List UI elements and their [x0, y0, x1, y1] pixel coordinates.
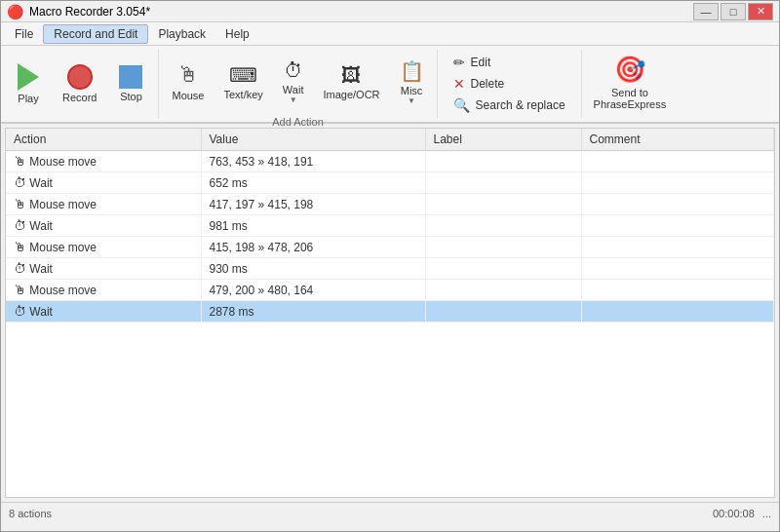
titlebar: 🔴 Macro Recorder 3.054* — □ ✕	[1, 1, 779, 22]
cell-value: 2878 ms	[201, 301, 425, 323]
cell-label	[425, 172, 581, 194]
cell-label	[425, 151, 581, 172]
cell-comment	[581, 301, 774, 323]
cell-comment	[581, 215, 774, 237]
table-container[interactable]: Action Value Label Comment 🖱 Mouse move …	[5, 128, 775, 498]
table-row[interactable]: ⏱ Wait 2878 ms	[6, 301, 774, 323]
action-name: Wait	[29, 219, 53, 233]
cell-value: 763, 453 » 418, 191	[201, 151, 425, 172]
mouse-button[interactable]: 🖱 Mouse	[163, 50, 213, 114]
time-display: 00:00:08	[713, 508, 755, 519]
statusbar: 8 actions 00:00:08 ...	[1, 502, 779, 523]
titlebar-controls: — □ ✕	[693, 3, 773, 20]
menu-playback[interactable]: Playback	[148, 25, 215, 43]
close-button[interactable]: ✕	[748, 3, 773, 20]
delete-button[interactable]: ✕ Delete	[448, 74, 571, 94]
row-icon: 🖱	[14, 154, 26, 169]
cell-comment	[581, 237, 774, 258]
row-icon: 🖱	[14, 240, 26, 254]
search-icon: 🔍	[453, 97, 470, 113]
cell-action: ⏱ Wait	[6, 215, 201, 237]
table-row[interactable]: ⏱ Wait 981 ms	[6, 215, 774, 237]
misc-dropdown-arrow: ▼	[408, 96, 415, 105]
cell-comment	[581, 258, 774, 280]
app-title: Macro Recorder 3.054*	[29, 5, 150, 19]
col-label: Label	[425, 129, 581, 151]
action-name: Mouse move	[29, 284, 97, 297]
table-row[interactable]: ⏱ Wait 652 ms	[6, 172, 774, 194]
textkey-button[interactable]: ⌨ Text/key	[215, 50, 272, 114]
cell-action: 🖱 Mouse move	[6, 280, 201, 301]
row-icon: ⏱	[14, 218, 26, 233]
row-icon: ⏱	[14, 175, 26, 190]
delete-icon: ✕	[453, 76, 465, 92]
record-icon	[67, 64, 93, 90]
cell-action: ⏱ Wait	[6, 301, 201, 323]
actions-count: 8 actions	[9, 508, 52, 519]
cell-action: ⏱ Wait	[6, 172, 201, 194]
menu-help[interactable]: Help	[215, 25, 259, 43]
imageocr-icon: 🖼	[341, 64, 361, 87]
cell-action: 🖱 Mouse move	[6, 194, 201, 215]
actions-table: Action Value Label Comment 🖱 Mouse move …	[6, 129, 774, 323]
record-button[interactable]: Record	[54, 52, 105, 116]
wait-dropdown-arrow: ▼	[290, 95, 297, 104]
send-to-phraseexpress-button[interactable]: 🎯 Send to PhraseExpress	[582, 50, 679, 114]
main-area: Action Value Label Comment 🖱 Mouse move …	[1, 124, 779, 502]
menubar: File Record and Edit Playback Help	[1, 22, 779, 46]
cell-label	[425, 215, 581, 237]
cell-value: 479, 200 » 480, 164	[201, 280, 425, 301]
play-icon	[18, 63, 39, 91]
imageocr-button[interactable]: 🖼 Image/OCR	[314, 50, 388, 114]
cell-action: 🖱 Mouse move	[6, 151, 201, 172]
table-row[interactable]: 🖱 Mouse move 479, 200 » 480, 164	[6, 280, 774, 301]
textkey-icon: ⌨	[229, 63, 257, 87]
row-icon: 🖱	[14, 283, 26, 297]
cell-comment	[581, 172, 774, 194]
stop-button[interactable]: Stop	[109, 52, 152, 116]
cell-value: 417, 197 » 415, 198	[201, 194, 425, 215]
add-action-buttons: 🖱 Mouse ⌨ Text/key ⏱ Wait ▼ 🖼 Image/OCR …	[163, 50, 432, 114]
play-button[interactable]: Play	[7, 52, 50, 116]
menu-file[interactable]: File	[5, 25, 43, 43]
cell-value: 981 ms	[201, 215, 425, 237]
cell-comment	[581, 280, 774, 301]
table-row[interactable]: ⏱ Wait 930 ms	[6, 258, 774, 280]
app-icon: 🔴	[7, 4, 23, 19]
titlebar-left: 🔴 Macro Recorder 3.054*	[7, 4, 150, 19]
cell-value: 415, 198 » 478, 206	[201, 237, 425, 258]
cell-action: ⏱ Wait	[6, 258, 201, 280]
cell-value: 930 ms	[201, 258, 425, 280]
cell-label	[425, 194, 581, 215]
row-icon: ⏱	[14, 261, 26, 276]
edit-group: ✏ Edit ✕ Delete 🔍 Search & replace	[438, 50, 582, 118]
add-action-label: Add Action	[272, 114, 324, 128]
minimize-button[interactable]: —	[693, 3, 719, 20]
search-replace-button[interactable]: 🔍 Search & replace	[448, 95, 571, 115]
maximize-button[interactable]: □	[721, 3, 746, 20]
cell-label	[425, 280, 581, 301]
cell-comment	[581, 194, 774, 215]
table-row[interactable]: 🖱 Mouse move 763, 453 » 418, 191	[6, 151, 774, 172]
mouse-icon: 🖱	[177, 62, 199, 88]
col-comment: Comment	[581, 129, 774, 151]
table-row[interactable]: 🖱 Mouse move 415, 198 » 478, 206	[6, 237, 774, 258]
stop-icon	[119, 65, 142, 89]
menu-record-edit[interactable]: Record and Edit	[43, 24, 148, 44]
action-name: Mouse move	[29, 241, 97, 254]
action-name: Wait	[29, 262, 53, 276]
phraseexpress-icon: 🎯	[614, 55, 645, 85]
edit-icon: ✏	[453, 55, 465, 70]
status-dots: ...	[762, 508, 771, 519]
wait-button[interactable]: ⏱ Wait ▼	[274, 50, 313, 114]
table-row[interactable]: 🖱 Mouse move 417, 197 » 415, 198	[6, 194, 774, 215]
row-icon: 🖱	[14, 197, 26, 211]
cell-label	[425, 301, 581, 323]
cell-action: 🖱 Mouse move	[6, 237, 201, 258]
table-header-row: Action Value Label Comment	[6, 129, 774, 151]
misc-icon: 📋	[400, 59, 424, 83]
playback-controls-group: Play Record Stop	[1, 50, 159, 118]
misc-button[interactable]: 📋 Misc ▼	[391, 50, 433, 114]
edit-button[interactable]: ✏ Edit	[448, 53, 571, 72]
send-label: Send to PhraseExpress	[594, 87, 667, 110]
